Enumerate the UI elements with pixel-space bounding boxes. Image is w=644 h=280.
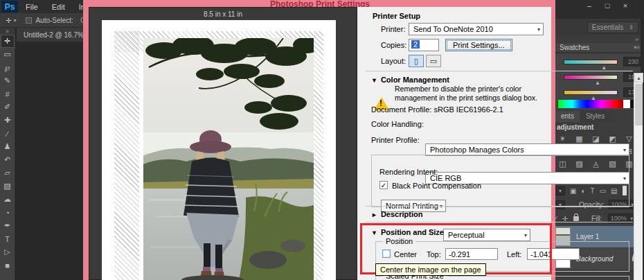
- slider-thumb[interactable]: ▲: [595, 80, 600, 86]
- green-slider[interactable]: ▲: [564, 75, 618, 80]
- top-input[interactable]: [445, 248, 498, 260]
- path-selection-tool[interactable]: ▷: [1, 245, 15, 259]
- chevron-down-icon[interactable]: ▾: [13, 17, 16, 24]
- rendering-intent-select[interactable]: Perceptual ▾: [443, 229, 530, 241]
- minimize-button[interactable]: –: [583, 1, 596, 10]
- lock-all-icon[interactable]: [573, 216, 579, 221]
- brush-tool[interactable]: ∕: [1, 127, 15, 140]
- shape-tool[interactable]: ■: [1, 259, 15, 272]
- lock-position-icon[interactable]: ✛: [562, 215, 568, 222]
- brightness-contrast-icon[interactable]: ☀: [557, 134, 569, 143]
- left-input[interactable]: [527, 248, 580, 260]
- print-image[interactable]: [143, 38, 314, 280]
- restore-button[interactable]: □: [601, 1, 614, 10]
- copies-input[interactable]: 2: [409, 39, 439, 51]
- tab-adjustments-partial[interactable]: ents: [555, 111, 580, 122]
- portrait-icon: ▯: [414, 57, 418, 66]
- swatches-tab[interactable]: Swatches: [560, 44, 589, 51]
- layout-landscape-button[interactable]: ▭: [426, 55, 441, 67]
- crop-tool[interactable]: #: [1, 87, 15, 100]
- window-controls: – □ ×: [583, 1, 632, 10]
- layer-name: Layer 1: [576, 233, 599, 240]
- red-value[interactable]: 230: [623, 57, 641, 67]
- collapse-toolbar-icon[interactable]: »: [0, 28, 15, 35]
- tab-styles[interactable]: Styles: [580, 111, 610, 122]
- lasso-tool[interactable]: ℘: [1, 61, 15, 74]
- quick-selection-icon: ✎: [4, 76, 10, 85]
- adjustments-tabs: ents Styles ▾≡: [555, 111, 643, 122]
- levels-icon[interactable]: ▦: [573, 134, 585, 143]
- printer-profile-label: Printer Profile:: [371, 136, 420, 144]
- healing-brush-tool[interactable]: ✚: [1, 114, 15, 127]
- rendering-intent-label: Rendering Intent:: [379, 168, 438, 176]
- auto-select-checkbox[interactable]: [26, 17, 32, 24]
- exposure-icon[interactable]: ◩: [607, 134, 618, 143]
- description-heading[interactable]: ►Description: [371, 210, 422, 218]
- scrollbar-thumb[interactable]: [635, 84, 643, 125]
- history-brush-tool[interactable]: ↶: [1, 153, 15, 166]
- warning-line1: Remember to disable the printer's color: [395, 85, 537, 94]
- print-settings-button[interactable]: Print Settings...: [445, 39, 512, 51]
- check-icon: ✓: [381, 182, 386, 189]
- blue-slider[interactable]: ▲: [564, 90, 618, 95]
- triangle-right-icon: ►: [371, 211, 377, 218]
- center-checkbox[interactable]: [382, 250, 391, 258]
- layout-portrait-button[interactable]: ▯: [409, 55, 424, 67]
- curves-icon[interactable]: ◪: [590, 134, 602, 143]
- print-settings-dialog: Photoshop Print Settings 8.5 in x 11 in: [83, 0, 555, 280]
- panel-menu-icon[interactable]: ▾≡: [634, 44, 640, 51]
- tooltip-text: Center the image on the page: [380, 265, 481, 274]
- red-slider[interactable]: ▲: [564, 60, 618, 64]
- page-size-label: 8.5 in x 11 in: [89, 10, 357, 18]
- type-icon: T: [5, 235, 10, 243]
- updown-arrows-icon: ⇕: [629, 24, 634, 30]
- position-size-heading[interactable]: ▼Position and Size: [371, 228, 444, 236]
- move-tool[interactable]: ✛: [1, 35, 15, 48]
- printer-setup-heading: Printer Setup: [373, 12, 420, 20]
- dialog-title-bar[interactable]: Photoshop Print Settings: [89, 0, 551, 7]
- warning-text: Remember to disable the printer's color …: [395, 85, 537, 103]
- scroll-up-icon[interactable]: ▲: [634, 73, 643, 82]
- add-adjustment-label: adjustment: [555, 123, 643, 131]
- color-spectrum-ramp[interactable]: [558, 100, 623, 108]
- menu-file[interactable]: File: [19, 3, 44, 11]
- center-label: Center: [394, 250, 417, 259]
- dialog-title: Photoshop Print Settings: [270, 0, 370, 7]
- description-label: Description: [381, 210, 423, 218]
- warning-line2: management in the print settings dialog …: [395, 94, 537, 103]
- type-tool[interactable]: T: [1, 232, 15, 245]
- slider-thumb[interactable]: ▲: [601, 64, 607, 71]
- crop-icon: #: [5, 90, 9, 98]
- rect-marquee-tool[interactable]: ▭: [1, 48, 15, 61]
- workspace-switcher[interactable]: Essentials ⇕: [587, 21, 638, 33]
- position-group-label: Position: [383, 237, 415, 245]
- print-settings-button-label: Print Settings...: [453, 41, 505, 49]
- position-size-label: Position and Size: [381, 228, 444, 236]
- clone-stamp-tool[interactable]: ♟: [1, 140, 15, 153]
- menu-edit[interactable]: Edit: [46, 3, 71, 11]
- color-sliders: ▲ 230 ▲ 191 ▲ 178: [555, 54, 643, 100]
- copies-label: Copies:: [381, 41, 406, 49]
- close-button[interactable]: ×: [619, 1, 632, 10]
- eraser-tool[interactable]: ▱: [1, 166, 15, 180]
- color-management-heading[interactable]: ▼Color Management: [371, 76, 449, 84]
- black-point-checkbox[interactable]: ✓: [379, 181, 388, 189]
- lasso-icon: ℘: [5, 63, 10, 72]
- blur-tool[interactable]: ☁: [1, 193, 15, 206]
- gradient-tool[interactable]: ▧: [1, 180, 15, 193]
- lock-image-icon[interactable]: ∕: [555, 215, 557, 222]
- quick-selection-tool[interactable]: ✎: [1, 74, 15, 87]
- eyedropper-tool[interactable]: ✐: [1, 100, 15, 114]
- dodge-tool[interactable]: ◔: [1, 206, 15, 219]
- tools-panel: » ✛ ▭ ℘ ✎ # ✐ ✚ ∕ ♟ ↶ ▱ ▧ ☁ ◔ ✒ T ▷ ■: [0, 28, 15, 280]
- document-tab-label: Untitled-2 @ 16.7% (RGB: [24, 31, 83, 39]
- workspace-bar: Essentials ⇕: [555, 19, 644, 35]
- dialog-scrollbar[interactable]: ▲: [634, 73, 643, 280]
- pen-tool[interactable]: ✒: [1, 219, 15, 232]
- collapse-dock-icon[interactable]: »: [555, 36, 643, 43]
- layout-label: Layout:: [381, 57, 406, 65]
- swatches-panel-header: Swatches ▾≡: [555, 43, 643, 53]
- preview-page: [102, 20, 336, 280]
- printer-select[interactable]: Send To OneNote 2010 ▾: [409, 23, 544, 35]
- document-tab[interactable]: Untitled-2 @ 16.7% (RGB: [17, 28, 83, 42]
